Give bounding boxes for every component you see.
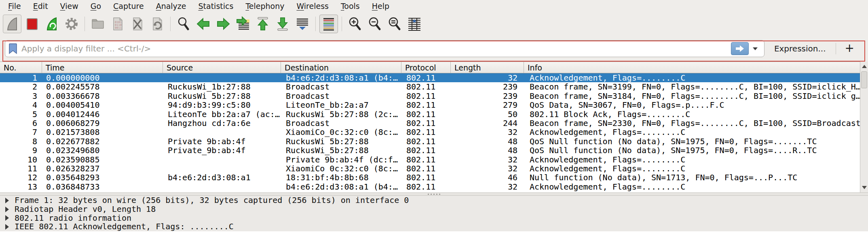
expander-triangle-icon[interactable] (5, 207, 9, 212)
menu-wireless[interactable]: Wireless (290, 1, 335, 11)
packet-row[interactable]: 100.023590885Private_9b:ab:4f (dc:f…802.… (0, 155, 860, 164)
menu-capture[interactable]: Capture (107, 1, 150, 11)
packet-row[interactable]: 60.006068279Hangzhou_cd:7a:6eBroadcast80… (0, 119, 860, 128)
cell-length: 32 (451, 73, 524, 82)
cell-destination: RuckusWi_5b:27:88 (281, 137, 401, 146)
filter-dropdown-caret-icon[interactable] (753, 47, 758, 50)
detail-tree-item[interactable]: IEEE 802.11 Acknowledgement, Flags: ....… (0, 222, 868, 231)
auto-scroll-icon (295, 16, 310, 32)
packet-row[interactable]: 30.003366678RuckusWi_5b:27:88Broadcast80… (0, 92, 860, 100)
stop-square-icon (24, 16, 40, 32)
packet-row[interactable]: 80.022677882Private_9b:ab:4fRuckusWi_5b:… (0, 137, 860, 146)
column-header-time[interactable]: Time (42, 62, 163, 73)
scroll-down-icon (862, 186, 867, 189)
menu-file[interactable]: File (2, 1, 27, 11)
expander-triangle-icon[interactable] (5, 215, 9, 221)
detail-tree-item[interactable]: Frame 1: 32 bytes on wire (256 bits), 32… (0, 196, 868, 205)
cell-protocol: 802.11 (401, 155, 451, 164)
scrollbar-down-button[interactable] (860, 184, 868, 192)
detail-tree-item[interactable]: Radiotap Header v0, Length 18 (0, 205, 868, 214)
packet-row[interactable]: 70.021573808XiaomiCo_0c:32:c0 (8c:…802.1… (0, 128, 860, 137)
filter-bookmark-icon[interactable] (8, 43, 17, 54)
expander-triangle-icon[interactable] (5, 198, 9, 203)
find-packet-button[interactable] (174, 15, 193, 33)
resize-columns-button[interactable] (405, 15, 424, 33)
cell-destination: LiteonTe_bb:2a:a7 (281, 100, 401, 109)
cell-no: 5 (0, 110, 42, 119)
colorize-packets-button[interactable] (319, 15, 338, 33)
go-to-last-packet-button[interactable] (273, 15, 292, 33)
cell-time: 0.022677882 (42, 137, 163, 146)
menu-telephony[interactable]: Telephony (239, 1, 290, 11)
go-to-packet-button[interactable] (234, 15, 252, 33)
cell-time: 0.023249680 (42, 146, 163, 155)
restart-capture-button[interactable] (42, 15, 61, 33)
stop-capture-button[interactable] (23, 15, 41, 33)
cell-destination: b4:e6:2d:d3:08:a1 (b4:… (281, 182, 401, 191)
file-binary-icon: 0101 0110 0011 (110, 16, 125, 32)
expression-button[interactable]: Expression... (765, 44, 836, 53)
close-capture-button[interactable] (128, 15, 147, 33)
packet-row[interactable]: 110.026328237XiaomiCo_0c:32:c0 (8c:…802.… (0, 164, 860, 173)
column-header-protocol[interactable]: Protocol (401, 62, 451, 73)
reload-capture-button[interactable] (148, 15, 167, 33)
packet-list-scrollbar[interactable] (860, 62, 868, 192)
open-capture-button[interactable] (89, 15, 107, 33)
magnifier-icon (176, 16, 191, 32)
cell-time: 0.026328237 (42, 164, 163, 173)
cell-destination: b4:e6:2d:d3:08:a1 (b4:… (281, 73, 401, 82)
auto-scroll-button[interactable] (293, 15, 312, 33)
cell-no: 11 (0, 164, 42, 173)
packet-row[interactable]: 10.000000000b4:e6:2d:d3:08:a1 (b4:…802.1… (0, 73, 860, 82)
menu-help[interactable]: Help (366, 1, 395, 11)
start-capture-button[interactable] (3, 15, 21, 33)
packet-row[interactable]: 50.004012446LiteonTe_bb:2a:a7 (ac:…Rucku… (0, 110, 860, 119)
column-header-destination[interactable]: Destination (281, 62, 401, 73)
cell-info: Beacon frame, SN=2330, FN=0, Flags=.....… (524, 119, 860, 128)
zoom-in-button[interactable] (346, 15, 364, 33)
column-header-info[interactable]: Info (524, 62, 860, 73)
menu-statistics[interactable]: Statistics (192, 1, 240, 11)
capture-options-button[interactable] (62, 15, 81, 33)
packet-row[interactable]: 40.00400541094:d9:b3:99:c5:80LiteonTe_bb… (0, 100, 860, 109)
cell-time: 0.023590885 (42, 155, 163, 164)
cell-no: 1 (0, 73, 42, 82)
display-filter-input[interactable] (21, 44, 731, 53)
detail-tree-label: 802.11 radio information (15, 214, 131, 223)
save-capture-button[interactable]: 0101 0110 0011 (108, 15, 127, 33)
display-filter-field[interactable] (5, 40, 765, 57)
column-header-no[interactable]: No. (0, 62, 42, 73)
go-to-first-packet-button[interactable] (253, 15, 272, 33)
cell-info: Acknowledgement, Flags=........C (524, 128, 860, 137)
scrollbar-up-button[interactable] (860, 62, 868, 70)
expander-triangle-icon[interactable] (5, 224, 9, 230)
cell-protocol: 802.11 (401, 137, 451, 146)
menu-view[interactable]: View (54, 1, 84, 11)
packet-row[interactable]: 90.023249680Private_9b:ab:4fRuckusWi_5b:… (0, 146, 860, 155)
menu-tools[interactable]: Tools (335, 1, 366, 11)
packet-row[interactable]: 20.002245578RuckusWi_1b:27:88Broadcast80… (0, 82, 860, 91)
detail-tree-item[interactable]: 802.11 radio information (0, 214, 868, 223)
add-filter-button[interactable]: + (836, 41, 863, 56)
menu-edit[interactable]: Edit (27, 1, 54, 11)
file-close-icon (130, 16, 145, 32)
scroll-up-icon (862, 65, 867, 68)
zoom-reset-button[interactable] (385, 15, 404, 33)
cell-length: 46 (451, 173, 524, 182)
packet-row[interactable]: 120.035648293b4:e6:2d:d3:08:a118:31:bf:4… (0, 173, 860, 182)
apply-filter-button[interactable] (731, 42, 749, 55)
packet-row[interactable]: 130.036848733b4:e6:2d:d3:08:a1 (b4:…802.… (0, 182, 860, 191)
zoom-out-button[interactable] (365, 15, 384, 33)
menu-analyze[interactable]: Analyze (150, 1, 192, 11)
cell-no: 9 (0, 146, 42, 155)
cell-time: 0.003366678 (42, 92, 163, 100)
menu-go[interactable]: Go (84, 1, 107, 11)
cell-time: 0.021573808 (42, 128, 163, 137)
column-header-length[interactable]: Length (451, 62, 524, 73)
go-back-button[interactable] (194, 15, 213, 33)
scrollbar-thumb[interactable] (861, 71, 867, 88)
cell-protocol: 802.11 (401, 182, 451, 191)
go-forward-button[interactable] (214, 15, 232, 33)
cell-no: 12 (0, 173, 42, 182)
column-header-source[interactable]: Source (163, 62, 281, 73)
